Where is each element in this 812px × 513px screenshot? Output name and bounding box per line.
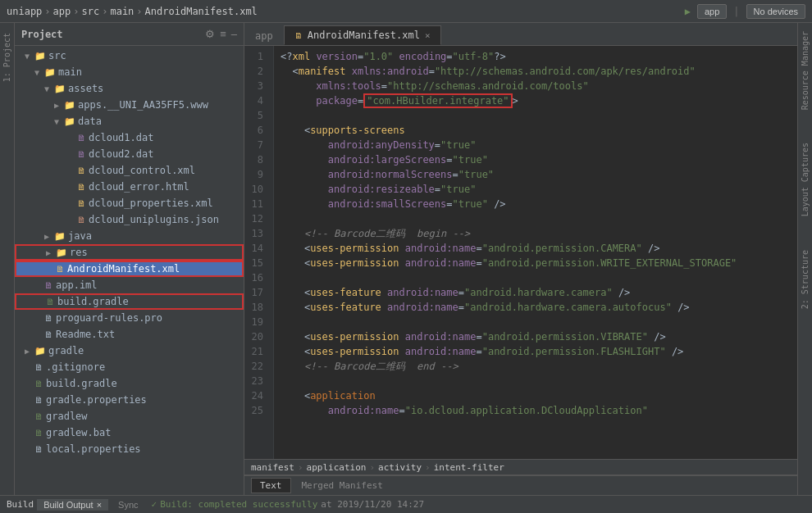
run-config-btn[interactable]: app — [697, 4, 727, 19]
tree-item-gradlew[interactable]: ▶ 🗎 gradlew — [15, 408, 244, 424]
sidebar-label-captures[interactable]: Layout Captures — [801, 143, 810, 216]
tree-item-app-iml[interactable]: ▶ 🗎 app.iml — [15, 277, 244, 293]
sync-tab[interactable]: Sync — [112, 499, 144, 511]
file-icon: 🗎 — [77, 198, 86, 209]
tree-item-build-gradle-root[interactable]: ▶ 🗎 build.gradle — [15, 375, 244, 392]
tree-item-gradlew-bat[interactable]: ▶ 🗎 gradlew.bat — [15, 424, 244, 441]
code-line-20: <uses-permission android:name="android.p… — [281, 329, 791, 344]
bc-manifest[interactable]: AndroidManifest.xml — [145, 6, 258, 17]
bc-main[interactable]: main — [110, 6, 134, 17]
tree-item-dcloud2[interactable]: ▶ 🗎 dcloud2.dat — [15, 146, 244, 162]
expand-arrow: ▶ — [54, 101, 64, 110]
file-icon: 🗎 — [44, 329, 53, 340]
panel-title: Project — [21, 29, 63, 40]
tree-item-dcloud-control[interactable]: ▶ 🗎 dcloud_control.xml — [15, 162, 244, 179]
code-line-4: package="com.HBuilder.integrate"> — [281, 93, 791, 108]
code-line-17: <uses-feature android:name="android.hard… — [281, 285, 791, 300]
folder-icon: 📁 — [54, 231, 66, 242]
tree-item-gradle-props[interactable]: ▶ 🗎 gradle.properties — [15, 392, 244, 408]
tree-item-dcloud-error[interactable]: ▶ 🗎 dcloud_error.html — [15, 179, 244, 195]
tree-item-androidmanifest[interactable]: ▶ 🗎 AndroidManifest.xml — [15, 261, 244, 277]
status-success-icon: ✓ — [152, 499, 157, 510]
editor-breadcrumb: manifest › application › activity › inte… — [244, 459, 797, 475]
file-icon: 🗎 — [34, 362, 43, 373]
run-icon: ▶ — [685, 6, 691, 17]
code-line-1: <?xml version="1.0" encoding="utf-8"?> — [281, 49, 791, 64]
bc-uniapp[interactable]: uniapp — [7, 6, 42, 17]
bc-intent-filter[interactable]: intent-filter — [434, 462, 504, 473]
tree-item-dcloud1[interactable]: ▶ 🗎 dcloud1.dat — [15, 129, 244, 146]
sidebar-label-resource[interactable]: Resource Manager — [801, 31, 810, 110]
editor-bottom-tabs: Text Merged Manifest — [244, 475, 797, 495]
tree-item-data[interactable]: ▼ 📁 data — [15, 113, 244, 129]
sidebar-label-project[interactable]: 1: Project — [1, 30, 13, 85]
file-tree-panel: Project ⚙ ≡ – ▼ 📁 src ▼ 📁 main — [15, 23, 244, 495]
folder-icon: 📁 — [64, 100, 75, 111]
tab-merged-manifest[interactable]: Merged Manifest — [293, 478, 392, 493]
folder-icon: 📁 — [34, 346, 46, 356]
code-line-24: <application — [281, 388, 791, 403]
minimize-btn[interactable]: – — [231, 28, 237, 40]
tree-item-apps-uni[interactable]: ▶ 📁 apps.__UNI_AA35FF5.www — [15, 97, 244, 113]
device-btn[interactable]: No devices — [746, 4, 805, 19]
bc-src[interactable]: src — [82, 6, 100, 17]
tree-item-assets[interactable]: ▼ 📁 assets — [15, 80, 244, 97]
code-line-14: <uses-permission android:name="android.p… — [281, 241, 791, 256]
layout-btn[interactable]: ≡ — [220, 28, 226, 40]
tree-item-gitignore[interactable]: ▶ 🗎 .gitignore — [15, 359, 244, 375]
file-icon: 🗎 — [77, 182, 86, 193]
expand-arrow: ▼ — [25, 52, 34, 61]
main-container: 1: Project Project ⚙ ≡ – ▼ 📁 src ▼ � — [0, 23, 812, 495]
code-line-15: <uses-permission android:name="android.p… — [281, 256, 791, 270]
tree-item-proguard[interactable]: ▶ 🗎 proguard-rules.pro — [15, 310, 244, 326]
code-line-8: android:largeScreens="true" — [281, 152, 791, 167]
expand-arrow: ▼ — [34, 68, 44, 77]
file-icon: 🗎 — [44, 313, 53, 324]
settings-btn[interactable]: ⚙ — [205, 28, 215, 40]
panel-actions: ⚙ ≡ – — [205, 28, 237, 40]
tree-item-dcloud-props[interactable]: ▶ 🗎 dcloud_properties.xml — [15, 195, 244, 211]
tree-item-gradle-folder[interactable]: ▶ 📁 gradle — [15, 343, 244, 359]
expand-arrow: ▶ — [46, 248, 56, 257]
code-line-10: android:resizeable="true" — [281, 182, 791, 197]
tree-item-src[interactable]: ▼ 📁 src — [15, 48, 244, 64]
tab-close-btn[interactable]: × — [425, 30, 431, 41]
manifest-file-icon: 🗎 — [294, 31, 303, 40]
bc-app[interactable]: app — [53, 6, 71, 17]
code-content[interactable]: <?xml version="1.0" encoding="utf-8"?> <… — [274, 46, 797, 459]
tree-item-res[interactable]: ▶ 📁 res — [15, 244, 244, 261]
status-text: Build: completed successfully — [160, 499, 317, 510]
sidebar-label-structure[interactable]: 2: Structure — [801, 250, 810, 309]
manifest-icon: 🗎 — [56, 264, 65, 275]
code-line-7: android:anyDensity="true" — [281, 138, 791, 152]
code-line-2: <manifest xmlns:android="http://schemas.… — [281, 64, 791, 79]
tree-item-dcloud-uni[interactable]: ▶ 🗎 dcloud_uniplugins.json — [15, 211, 244, 228]
build-output-tab[interactable]: Build Output × — [37, 499, 108, 511]
file-icon: 🗎 — [77, 133, 86, 143]
tree-item-java[interactable]: ▶ 📁 java — [15, 228, 244, 244]
bc-manifest[interactable]: manifest — [251, 462, 294, 473]
tree-item-main[interactable]: ▼ 📁 main — [15, 64, 244, 80]
build-label: Build — [7, 499, 34, 510]
tab-app[interactable]: app — [244, 25, 284, 45]
tree-item-build-gradle-app[interactable]: ▶ 🗎 build.gradle — [15, 293, 244, 310]
code-line-9: android:normalScreens="true" — [281, 167, 791, 182]
top-bar: uniapp › app › src › main › AndroidManif… — [0, 0, 812, 23]
bc-activity[interactable]: activity — [378, 462, 422, 473]
tree-item-local-props[interactable]: ▶ 🗎 local.properties — [15, 441, 244, 457]
code-line-11: android:smallScreens="true" /> — [281, 197, 791, 211]
right-sidebar-labels: Resource Manager Layout Captures 2: Stru… — [797, 23, 812, 495]
topbar-right: ▶ app | No devices — [685, 4, 805, 19]
folder-icon: 📁 — [56, 247, 67, 258]
code-line-19 — [281, 315, 791, 329]
folder-icon: 📁 — [44, 67, 56, 78]
folder-icon: 📁 — [64, 116, 75, 127]
bc-application[interactable]: application — [307, 462, 367, 473]
code-line-18: <uses-feature android:name="android.hard… — [281, 300, 791, 315]
build-output-close[interactable]: × — [97, 500, 102, 510]
tab-androidmanifest[interactable]: 🗎 AndroidManifest.xml × — [284, 25, 441, 45]
tab-text[interactable]: Text — [251, 478, 291, 493]
tree-item-readme[interactable]: ▶ 🗎 Readme.txt — [15, 326, 244, 343]
code-line-3: xmlns:tools="http://schemas.android.com/… — [281, 79, 791, 93]
expand-arrow: ▼ — [54, 117, 64, 126]
